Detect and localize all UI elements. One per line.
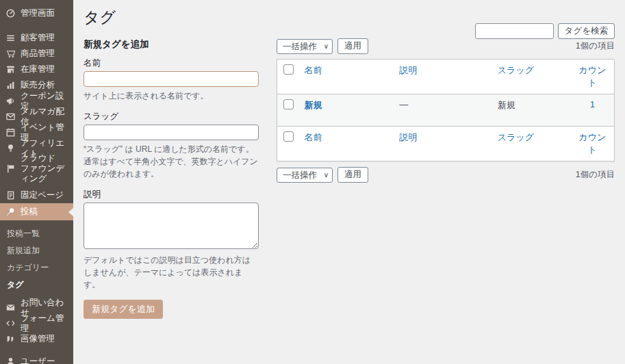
dashboard-icon	[5, 8, 16, 18]
cart-icon	[5, 49, 16, 59]
slug-label: スラッグ	[84, 111, 259, 122]
sidebar-item-dashboard[interactable]: 管理画面	[0, 5, 73, 21]
pushpin-icon	[5, 207, 16, 217]
sidebar-item-products[interactable]: 商品管理	[0, 46, 73, 62]
select-all-checkbox-top[interactable]	[283, 64, 294, 75]
sort-by-description-footer[interactable]: 説明	[399, 132, 417, 142]
tag-name-input[interactable]	[84, 71, 259, 87]
sidebar-item-label: クラウド ファウンディング	[21, 153, 68, 184]
sidebar-item-label: 顧客管理	[21, 33, 55, 43]
search-tags-button[interactable]: タグを検索	[558, 23, 615, 39]
tablenav-bottom: 一括操作 ∨ 適用 1個の項目	[277, 167, 615, 183]
tags-table: 名前 説明 スラッグ カウント 新規 — 新規 1	[277, 59, 615, 161]
sidebar-item-users[interactable]: ユーザー	[0, 354, 73, 364]
user-icon	[5, 356, 16, 364]
tag-search-form: タグを検索	[475, 23, 615, 39]
table-row: 新規 — 新規 1	[277, 94, 615, 127]
sidebar-item-label: 商品管理	[21, 49, 55, 59]
slug-help-text: “スラッグ” は URL に適した形式の名前です。通常はすべて半角小文字で、英数…	[84, 143, 259, 180]
sidebar-item-label: 在庫管理	[21, 64, 55, 75]
posts-submenu: 投稿一覧 新規追加 カテゴリー タグ	[0, 220, 73, 300]
table-footer-row: 名前 説明 スラッグ カウント	[277, 127, 615, 161]
sidebar-item-label: 固定ページ	[21, 190, 64, 200]
sidebar-item-label: 画像管理	[21, 334, 55, 344]
sidebar-item-label: 販売分析	[21, 80, 55, 90]
sidebar-item-label: 投稿	[21, 207, 38, 217]
submenu-item-categories[interactable]: カテゴリー	[0, 259, 73, 276]
apply-button[interactable]: 適用	[337, 38, 368, 54]
mail-icon	[5, 112, 16, 122]
contact-mail-icon	[5, 302, 16, 313]
submenu-item-post-list[interactable]: 投稿一覧	[0, 225, 73, 242]
name-label: 名前	[84, 57, 259, 69]
add-tag-form: 新規タグを追加 名前 サイト上に表示される名前です。 スラッグ “スラッグ” は…	[84, 38, 259, 319]
sort-by-slug[interactable]: スラッグ	[498, 65, 534, 75]
lightbulb-icon	[5, 143, 16, 153]
admin-sidebar: 管理画面 顧客管理 商品管理 在庫管理 販売分析	[0, 0, 73, 364]
megaphone-icon	[5, 96, 16, 106]
sort-by-slug-footer[interactable]: スラッグ	[498, 132, 534, 142]
code-icon	[5, 318, 16, 328]
name-field-group: 名前 サイト上に表示される名前です。	[84, 57, 259, 102]
admin-menu: 管理画面 顧客管理 商品管理 在庫管理 販売分析	[0, 0, 73, 364]
tag-description-cell: —	[393, 94, 491, 127]
description-label: 説明	[84, 189, 259, 200]
active-menu-arrow	[68, 208, 73, 216]
tag-slug-cell: 新規	[492, 94, 571, 127]
tag-count-link[interactable]: 1	[590, 99, 595, 109]
select-all-checkbox-bottom[interactable]	[283, 131, 294, 142]
sidebar-item-customers[interactable]: 顧客管理	[0, 30, 73, 46]
row-checkbox[interactable]	[283, 99, 294, 109]
apply-button-bottom[interactable]: 適用	[337, 167, 368, 183]
slug-field-group: スラッグ “スラッグ” は URL に適した形式の名前です。通常はすべて半角小文…	[84, 111, 259, 180]
bulk-action-select-wrap: 一括操作 ∨	[277, 39, 333, 54]
sidebar-item-inventory[interactable]: 在庫管理	[0, 62, 73, 77]
sidebar-item-posts[interactable]: 投稿	[0, 203, 73, 220]
sidebar-item-label: フォーム管理	[21, 313, 68, 334]
sort-by-count-footer[interactable]: カウント	[578, 132, 606, 155]
item-count-bottom: 1個の項目	[576, 169, 615, 181]
submenu-item-add-new[interactable]: 新規追加	[0, 242, 73, 259]
flag-icon	[5, 164, 16, 174]
tag-slug-input[interactable]	[84, 125, 259, 140]
item-count-top: 1個の項目	[576, 40, 615, 52]
sidebar-item-forms[interactable]: フォーム管理	[0, 315, 73, 331]
bar-chart-icon	[5, 80, 16, 90]
quote-icon	[5, 334, 16, 344]
sort-by-name-footer[interactable]: 名前	[305, 132, 322, 142]
description-help-text: デフォルトではこの説明は目立つ使われ方はしませんが、テーマによっては表示されます…	[84, 254, 259, 291]
sidebar-item-images[interactable]: 画像管理	[0, 331, 73, 347]
sidebar-item-pages[interactable]: 固定ページ	[0, 187, 73, 203]
submenu-item-tags[interactable]: タグ	[0, 276, 73, 294]
store-icon	[5, 64, 16, 75]
sort-by-description[interactable]: 説明	[399, 65, 417, 75]
add-tag-heading: 新規タグを追加	[84, 38, 259, 51]
bulk-action-select[interactable]: 一括操作	[277, 39, 333, 54]
sidebar-item-label: ユーザー	[21, 356, 55, 364]
menu-separator	[0, 347, 73, 354]
menu-separator	[0, 21, 73, 30]
sidebar-item-label: 管理画面	[21, 8, 55, 18]
name-help-text: サイト上に表示される名前です。	[84, 90, 259, 102]
tags-list: 一括操作 ∨ 適用 1個の項目 名前 説明 スラッグ カウント	[277, 38, 615, 319]
calendar-icon	[5, 127, 16, 138]
main-content: タグ タグを検索 新規タグを追加 名前 サイト上に表示される名前です。 スラッグ…	[73, 0, 625, 364]
customers-list-icon	[5, 33, 16, 43]
tag-description-textarea[interactable]	[84, 203, 259, 249]
pages-icon	[5, 190, 16, 200]
bulk-action-select-wrap-bottom: 一括操作 ∨	[277, 168, 333, 183]
sort-by-count[interactable]: カウント	[578, 65, 606, 88]
bulk-action-select-bottom[interactable]: 一括操作	[277, 168, 333, 183]
description-field-group: 説明 デフォルトではこの説明は目立つ使われ方はしませんが、テーマによっては表示さ…	[84, 189, 259, 291]
tag-search-input[interactable]	[475, 23, 554, 39]
add-tag-submit-button[interactable]: 新規タグを追加	[84, 300, 163, 319]
sort-by-name[interactable]: 名前	[305, 65, 322, 75]
table-header-row: 名前 説明 スラッグ カウント	[277, 60, 615, 94]
tag-name-link[interactable]: 新規	[305, 100, 322, 110]
sidebar-item-crowdfunding[interactable]: クラウド ファウンディング	[0, 156, 73, 181]
tablenav-top: 一括操作 ∨ 適用 1個の項目	[277, 38, 615, 54]
